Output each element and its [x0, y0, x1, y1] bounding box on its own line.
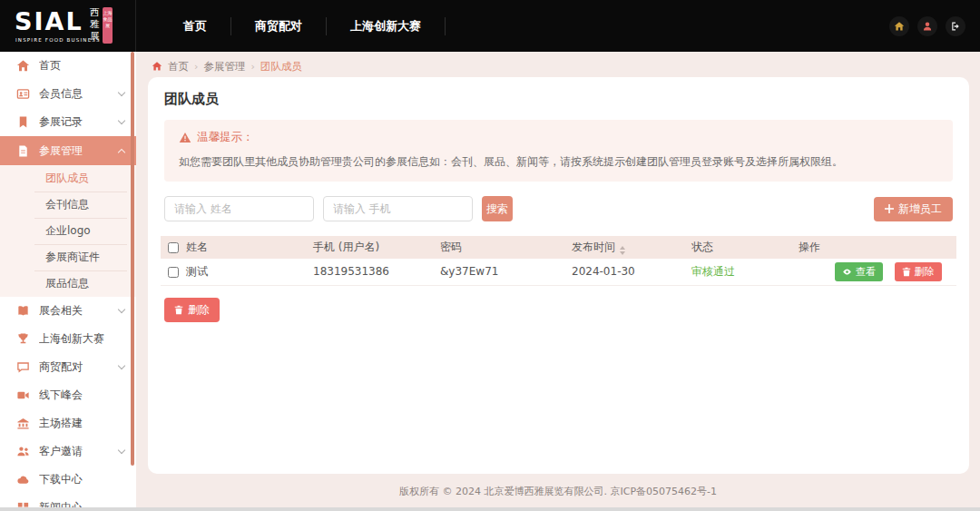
- batch-delete-label: 删除: [188, 302, 210, 318]
- notice-title-row: 温馨提示：: [179, 130, 938, 145]
- sial-logo[interactable]: SIAL INSPIRE FOOD BUSINESS 西雅展 上海食品展: [0, 0, 136, 52]
- status-badge: 审核通过: [691, 259, 799, 285]
- sidebar-item-exhibit-records[interactable]: 参展记录: [0, 108, 136, 136]
- members-table: 姓名 手机 (用户名) 密码 发布时间 状态 操作 测试 183195: [161, 236, 956, 286]
- logout-icon[interactable]: [946, 16, 965, 36]
- sidebar: 首页 会员信息 参展记录 参展管理 团队成员 会刊信息 企业logo 参展商证件…: [0, 52, 136, 511]
- nav-item-home[interactable]: 首页: [160, 17, 231, 35]
- logo-badge: 上海食品展: [103, 7, 113, 44]
- sidebar-item-member-info[interactable]: 会员信息: [0, 80, 136, 108]
- sidebar-item-label: 商贸配对: [39, 359, 119, 375]
- window-bottom-edge: [0, 507, 980, 511]
- breadcrumb-separator: ›: [194, 61, 198, 73]
- sidebar-item-label: 参展记录: [39, 114, 119, 130]
- select-all-checkbox[interactable]: [168, 242, 179, 253]
- header-status: 状态: [691, 236, 799, 259]
- chevron-down-icon: [118, 447, 125, 454]
- sidebar-item-expo-related[interactable]: 展会相关: [0, 297, 136, 325]
- warning-icon: [179, 132, 191, 143]
- footer-copyright: 版权所有 © 2024 北京爱博西雅展览有限公司. 京ICP备05075462号…: [136, 485, 980, 498]
- plus-icon: [885, 204, 894, 213]
- home-icon: [16, 59, 30, 73]
- building-icon: [16, 417, 30, 430]
- sidebar-item-exhibit-management[interactable]: 参展管理: [0, 136, 136, 165]
- notice-box: 温馨提示： 如您需要团队里其他成员协助管理贵公司的参展信息如：会刊、展品、新闻等…: [164, 120, 953, 182]
- chevron-up-icon: [118, 148, 125, 155]
- sidebar-item-label: 上海创新大赛: [39, 331, 124, 347]
- add-employee-button[interactable]: 新增员工: [874, 197, 953, 221]
- video-camera-icon: [16, 388, 30, 402]
- chevron-down-icon: [118, 117, 125, 124]
- user-icon[interactable]: [917, 16, 937, 36]
- header-phone: 手机 (用户名): [313, 236, 440, 259]
- chevron-down-icon: [118, 89, 125, 96]
- logo-cn-vertical: 西雅展: [90, 6, 101, 42]
- logo-tagline: INSPIRE FOOD BUSINESS: [15, 37, 101, 43]
- breadcrumb: 首页 › 参展管理 › 团队成员: [136, 54, 980, 78]
- submenu-item-exhibitor-badge[interactable]: 参展商证件: [0, 244, 136, 270]
- table-row: 测试 18319531386 &y37Ew71 2024-01-30 审核通过 …: [161, 259, 956, 285]
- delete-button[interactable]: 删除: [895, 262, 942, 281]
- toolbar: 搜索 新增员工: [164, 196, 953, 221]
- header-actions: 操作: [799, 236, 956, 259]
- cloud-download-icon: [16, 473, 30, 486]
- sidebar-item-customer-invitation[interactable]: 客户邀请: [0, 437, 136, 466]
- header-name: 姓名: [186, 236, 313, 259]
- notice-body-text: 如您需要团队里其他成员协助管理贵公司的参展信息如：会刊、展品、新闻等，请按系统提…: [179, 153, 938, 170]
- cell-phone: 18319531386: [313, 259, 440, 285]
- home-icon: [152, 61, 162, 72]
- table-header-row: 姓名 手机 (用户名) 密码 发布时间 状态 操作: [161, 236, 956, 259]
- cell-actions: 查看 删除: [799, 259, 956, 285]
- sidebar-item-home[interactable]: 首页: [0, 52, 136, 80]
- submenu-item-exhibit-info[interactable]: 展品信息: [0, 270, 136, 297]
- home-icon[interactable]: [889, 16, 909, 36]
- cell-publish-time: 2024-01-30: [572, 259, 691, 285]
- name-search-input[interactable]: [164, 196, 314, 221]
- sidebar-item-venue-construction[interactable]: 主场搭建: [0, 409, 136, 437]
- breadcrumb-home[interactable]: 首页: [168, 60, 189, 74]
- breadcrumb-section[interactable]: 参展管理: [203, 60, 245, 74]
- sidebar-item-innovation-contest[interactable]: 上海创新大赛: [0, 325, 136, 353]
- sidebar-item-label: 展会相关: [39, 303, 119, 319]
- main-content: 首页 › 参展管理 › 团队成员 团队成员 温馨提示： 如您需要团队里其他成员协…: [136, 52, 980, 511]
- header-password: 密码: [440, 236, 572, 259]
- sidebar-submenu-exhibit-management: 团队成员 会刊信息 企业logo 参展商证件 展品信息: [0, 165, 136, 297]
- chevron-down-icon: [118, 362, 125, 369]
- sidebar-item-label: 下载中心: [39, 472, 124, 487]
- batch-delete-button[interactable]: 删除: [164, 298, 220, 322]
- delete-button-label: 删除: [915, 265, 935, 279]
- submenu-item-team-members[interactable]: 团队成员: [0, 165, 136, 192]
- submenu-item-company-logo[interactable]: 企业logo: [0, 218, 136, 244]
- sidebar-item-business-matching[interactable]: 商贸配对: [0, 353, 136, 381]
- id-card-icon: [16, 87, 30, 101]
- view-button-label: 查看: [856, 265, 876, 279]
- logo-brand-text: SIAL: [15, 7, 83, 35]
- sidebar-scrollbar[interactable]: [131, 52, 134, 466]
- nav-item-business-matching[interactable]: 商贸配对: [231, 17, 327, 35]
- sidebar-item-offline-summit[interactable]: 线下峰会: [0, 381, 136, 409]
- cell-password: &y37Ew71: [440, 259, 572, 285]
- book-icon: [16, 304, 30, 318]
- sidebar-item-label: 客户邀请: [39, 444, 119, 459]
- trash-icon: [174, 305, 183, 315]
- phone-search-input[interactable]: [323, 196, 473, 221]
- sidebar-item-label: 线下峰会: [39, 388, 124, 403]
- document-icon: [16, 144, 30, 158]
- chevron-down-icon: [118, 306, 125, 313]
- sidebar-item-label: 会员信息: [39, 86, 119, 102]
- add-employee-label: 新增员工: [898, 201, 942, 217]
- bookmark-icon: [16, 115, 30, 129]
- nav-item-innovation-contest[interactable]: 上海创新大赛: [327, 17, 446, 35]
- row-checkbox[interactable]: [168, 267, 179, 278]
- breadcrumb-current: 团队成员: [260, 60, 302, 74]
- view-button[interactable]: 查看: [835, 262, 883, 281]
- topbar: SIAL INSPIRE FOOD BUSINESS 西雅展 上海食品展 首页 …: [0, 0, 980, 52]
- submenu-item-catalogue-info[interactable]: 会刊信息: [0, 192, 136, 218]
- sidebar-item-download-center[interactable]: 下载中心: [0, 466, 136, 494]
- eye-icon: [842, 267, 852, 277]
- search-button[interactable]: 搜索: [482, 196, 513, 221]
- trash-icon: [902, 267, 911, 277]
- header-publish-time: 发布时间: [572, 236, 691, 259]
- sidebar-item-label: 参展管理: [39, 143, 119, 159]
- sort-icon[interactable]: [620, 246, 625, 255]
